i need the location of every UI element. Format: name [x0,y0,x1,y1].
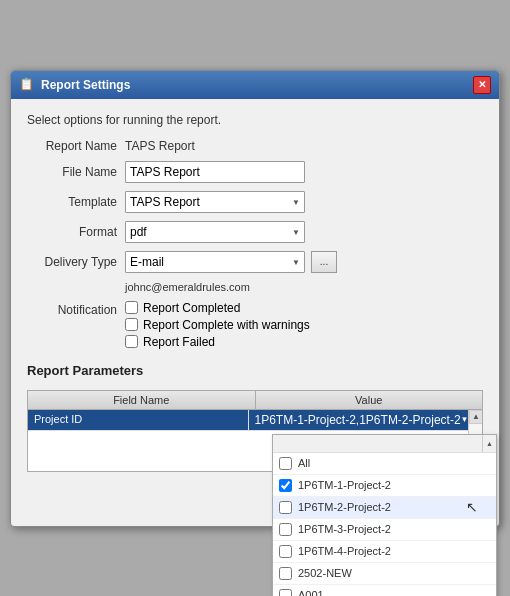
notification-completed-label: Report Completed [143,301,240,315]
dropdown-checkbox-4[interactable] [279,545,292,558]
dropdown-item-3[interactable]: 1P6TM-3-Project-2 [273,519,496,541]
notification-failed-checkbox[interactable] [125,335,138,348]
delivery-type-select[interactable]: E-mail [125,251,305,273]
email-display: johnc@emeraldrules.com [125,281,483,293]
report-settings-dialog: 📋 Report Settings ✕ Select options for r… [10,70,500,527]
notification-completed-checkbox[interactable] [125,301,138,314]
dialog-body: Select options for running the report. R… [11,99,499,482]
dropdown-label-all: All [298,457,310,469]
parameters-section-title: Report Parameters [27,363,483,378]
notification-options: Report Completed Report Complete with wa… [125,301,310,349]
dropdown-checkbox-1[interactable] [279,479,292,492]
delivery-type-select-wrapper: E-mail [125,251,305,273]
column-value: Value [256,391,483,409]
notification-warnings-row: Report Complete with warnings [125,318,310,332]
instruction-text: Select options for running the report. [27,113,483,127]
report-name-label: Report Name [27,139,117,153]
notification-warnings-label: Report Complete with warnings [143,318,310,332]
template-row: Template TAPS Report [27,191,483,213]
file-name-input[interactable] [125,161,305,183]
dropdown-checkbox-5[interactable] [279,567,292,580]
dropdown-label-5: 2502-NEW [298,567,352,579]
format-label: Format [27,225,117,239]
title-bar: 📋 Report Settings ✕ [11,71,499,99]
dropdown-scroll-up[interactable]: ▲ [273,435,496,453]
dropdown-label-2: 1P6TM-2-Project-2 [298,501,391,513]
notification-failed-label: Report Failed [143,335,215,349]
dropdown-item-6[interactable]: A001 [273,585,496,597]
column-field-name: Field Name [28,391,256,409]
dropdown-arrow-icon[interactable]: ▼ [461,415,468,424]
title-bar-left: 📋 Report Settings [19,77,130,93]
notification-failed-row: Report Failed [125,335,310,349]
scroll-up-arrow[interactable]: ▲ [469,410,482,424]
table-row[interactable]: Project ID 1P6TM-1-Project-2,1P6TM-2-Pro… [28,410,468,431]
notification-row: Notification Report Completed Report Com… [27,301,483,349]
template-select-wrapper: TAPS Report [125,191,305,213]
dialog-icon: 📋 [19,77,35,93]
template-label: Template [27,195,117,209]
notification-label: Notification [27,303,117,317]
delivery-type-label: Delivery Type [27,255,117,269]
parameters-container: Field Name Value Project ID 1P6TM-1-Proj… [27,390,483,472]
dropdown-item-5[interactable]: 2502-NEW [273,563,496,585]
dropdown-item-4[interactable]: 1P6TM-4-Project-2 [273,541,496,563]
dropdown-item-1[interactable]: 1P6TM-1-Project-2 [273,475,496,497]
format-select-wrapper: pdf [125,221,305,243]
close-button[interactable]: ✕ [473,76,491,94]
dropdown-label-3: 1P6TM-3-Project-2 [298,523,391,535]
file-name-label: File Name [27,165,117,179]
dialog-title: Report Settings [41,78,130,92]
dropdown-overlay: ▲ All 1P6TM-1-Project-2 1P6TM-2 [272,434,497,597]
template-select[interactable]: TAPS Report [125,191,305,213]
dropdown-checkbox-all[interactable] [279,457,292,470]
notification-warnings-checkbox[interactable] [125,318,138,331]
dropdown-label-1: 1P6TM-1-Project-2 [298,479,391,491]
browse-button[interactable]: ... [311,251,337,273]
value-text: 1P6TM-1-Project-2,1P6TM-2-Project-2 [255,413,461,427]
dropdown-item-all[interactable]: All [273,453,496,475]
format-row: Format pdf [27,221,483,243]
dropdown-checkbox-2[interactable] [279,501,292,514]
report-name-value: TAPS Report [125,139,195,153]
table-header: Field Name Value [28,391,482,410]
dropdown-label-6: A001 [298,589,324,596]
delivery-controls: E-mail ... [125,251,337,273]
field-name-cell: Project ID [28,410,249,430]
format-select[interactable]: pdf [125,221,305,243]
dropdown-item-2[interactable]: 1P6TM-2-Project-2 ↖ [273,497,496,519]
dropdown-label-4: 1P6TM-4-Project-2 [298,545,391,557]
file-name-row: File Name [27,161,483,183]
notification-completed-row: Report Completed [125,301,310,315]
delivery-type-row: Delivery Type E-mail ... [27,251,483,273]
report-name-row: Report Name TAPS Report [27,139,483,153]
value-cell: 1P6TM-1-Project-2,1P6TM-2-Project-2 ▼ [249,410,469,430]
dropdown-scroll-up-btn[interactable]: ▲ [482,435,496,452]
dropdown-checkbox-3[interactable] [279,523,292,536]
dropdown-checkbox-6[interactable] [279,589,292,597]
